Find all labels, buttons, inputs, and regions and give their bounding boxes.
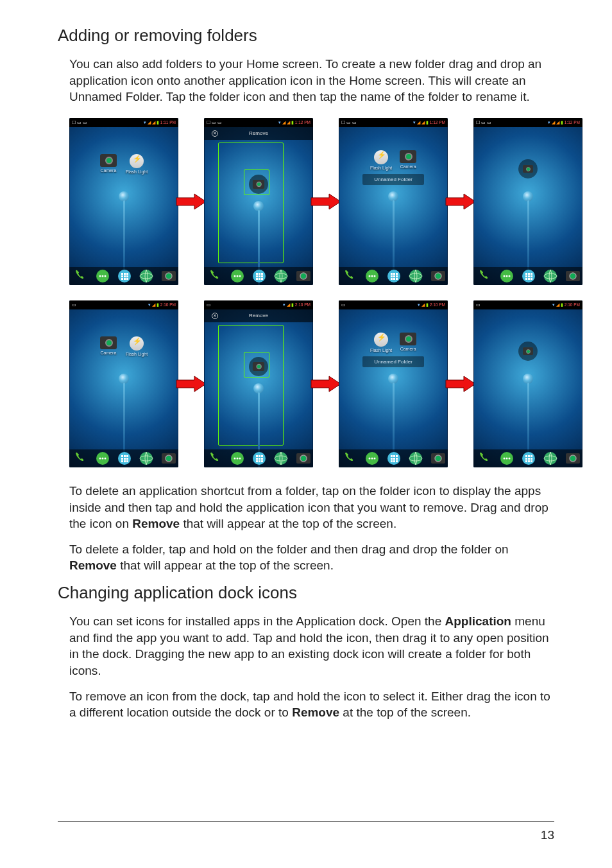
- screenshot-3: ☐▭▭ ▾◢◢▮1:12 PM Flash Light Camera Unnam…: [339, 118, 448, 285]
- close-icon: ✕: [212, 313, 218, 319]
- folder-title: Unnamed Folder: [362, 174, 424, 185]
- dock: [339, 267, 448, 285]
- remove-bar: ✕Remove: [204, 309, 313, 322]
- screenshot-1: ☐▭▭ ▾◢◢▮1:11 PM Camera Flash Light: [69, 118, 178, 285]
- folder-open-view: Flash Light Camera Unnamed Folder: [339, 150, 448, 185]
- status-bar: ▭ ▾◢▮2:10 PM: [339, 300, 448, 309]
- screenshot-row-1: ☐▭▭ ▾◢◢▮1:11 PM Camera Flash Light ☐▭▭ ▾…: [69, 118, 554, 285]
- remove-bar: ✕Remove: [204, 127, 313, 140]
- page-number: 13: [541, 828, 554, 842]
- folder-open-view: Flash Light Camera Unnamed Folder: [339, 333, 448, 367]
- heading-changing-dock-icons: Changing application dock icons: [58, 583, 554, 603]
- status-bar: ☐▭▭ ▾◢◢▮1:11 PM: [69, 118, 178, 127]
- folder-title: Unnamed Folder: [362, 356, 424, 367]
- screenshot-5: ▭ ▾◢▮2:10 PM Camera Flash Light: [69, 300, 178, 467]
- dock: [69, 267, 178, 285]
- screenshot-6: ▭ ▾◢▮2:10 PM ✕Remove: [204, 300, 313, 467]
- folder-icon: [518, 342, 538, 361]
- app-camera: Camera: [100, 154, 117, 174]
- dock: [473, 449, 582, 467]
- dock: [204, 449, 313, 467]
- status-bar: ▭ ▾◢▮2:10 PM: [69, 300, 178, 309]
- screenshot-8: ▭ ▾◢▮2:10 PM: [473, 300, 582, 467]
- status-bar: ▭ ▾◢▮2:10 PM: [473, 300, 582, 309]
- screenshot-2: ☐▭▭ ▾◢◢▮1:12 PM ✕Remove: [204, 118, 313, 285]
- paragraph-dock-intro: You can set icons for installed apps in …: [69, 613, 554, 679]
- dock: [204, 267, 313, 285]
- dock: [69, 449, 178, 467]
- status-bar: ☐▭▭ ▾◢◢▮1:12 PM: [339, 118, 448, 127]
- dragging-camera-icon: [249, 357, 268, 376]
- app-flashlight: Flash Light: [126, 154, 148, 174]
- screenshot-4: ☐▭▭ ▾◢◢▮1:12 PM: [473, 118, 582, 285]
- folder-icon: [518, 159, 538, 178]
- heading-adding-removing-folders: Adding or removing folders: [58, 26, 554, 46]
- dragging-camera-icon: [249, 175, 268, 194]
- screenshot-7: ▭ ▾◢▮2:10 PM Flash Light Camera Unnamed …: [339, 300, 448, 467]
- paragraph-dock-remove: To remove an icon from the dock, tap and…: [69, 688, 554, 721]
- paragraph-delete-folder: To delete a folder, tap and hold on the …: [69, 541, 554, 574]
- close-icon: ✕: [212, 130, 218, 137]
- footer-divider: [58, 821, 554, 822]
- paragraph-folders-intro: You can also add folders to your Home sc…: [69, 56, 554, 105]
- status-bar: ☐▭▭ ▾◢◢▮1:12 PM: [473, 118, 582, 127]
- screenshot-row-2: ▭ ▾◢▮2:10 PM Camera Flash Light ▭ ▾◢▮2:1…: [69, 300, 554, 467]
- status-bar: ☐▭▭ ▾◢◢▮1:12 PM: [204, 118, 313, 127]
- app-flashlight: Flash Light: [126, 336, 148, 356]
- app-camera: Camera: [100, 336, 117, 356]
- dock: [339, 449, 448, 467]
- status-bar: ▭ ▾◢▮2:10 PM: [204, 300, 313, 309]
- paragraph-delete-shortcut: To delete an application shortcut from a…: [69, 483, 554, 532]
- dock: [473, 267, 582, 285]
